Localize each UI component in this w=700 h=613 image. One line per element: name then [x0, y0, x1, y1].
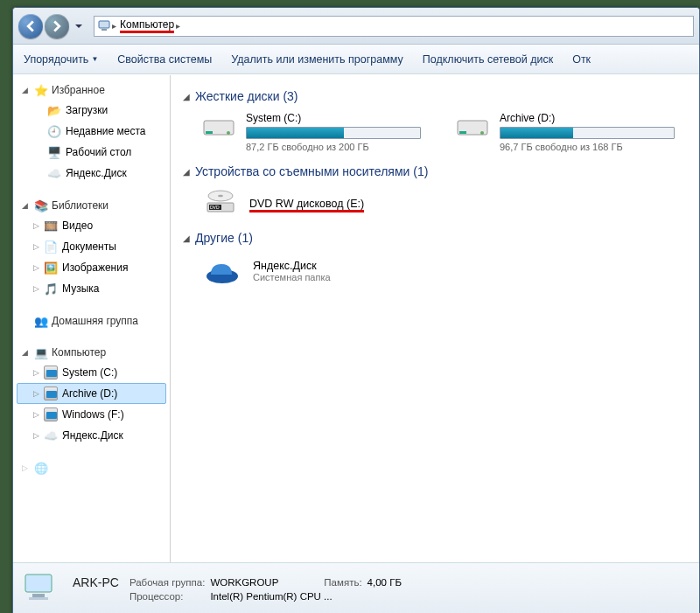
computer-large-icon [22, 571, 60, 606]
tree-label: Windows (F:) [62, 408, 124, 421]
cpu-key: Процессор: [130, 591, 205, 602]
system-properties-button[interactable]: Свойства системы [117, 53, 212, 66]
drive-info: System (C:) 87,2 ГБ свободно из 200 ГБ [246, 112, 430, 152]
back-button[interactable] [18, 14, 43, 38]
yadisk-item[interactable]: Яндекс.Диск Системная папка [202, 254, 687, 289]
drive-icon [456, 112, 491, 142]
recent-icon: 🕘 [47, 124, 61, 138]
drive-subtext: 96,7 ГБ свободно из 168 ГБ [500, 142, 683, 152]
arrow-left-icon [24, 20, 37, 32]
sidebar-item-drive-d[interactable]: ▷Archive (D:) [17, 383, 166, 404]
drive-item-d[interactable]: Archive (D:) 96,7 ГБ свободно из 168 ГБ [456, 112, 683, 152]
homegroup-header[interactable]: ▷ 👥 Домашняя группа [13, 311, 170, 331]
svg-rect-14 [25, 575, 52, 592]
sidebar-item-yadisk[interactable]: ☁️Яндекс.Диск [17, 163, 166, 184]
folder-icon: 📂 [47, 103, 61, 117]
history-dropdown-icon[interactable] [74, 22, 83, 31]
chevron-right-icon: ▸ [176, 21, 180, 31]
drive-subtext: 87,2 ГБ свободно из 200 ГБ [246, 142, 430, 152]
sidebar-item-recent[interactable]: 🕘Недавние места [17, 121, 166, 142]
breadcrumb-label: Компьютер [120, 18, 174, 33]
details-pane: ARK-PC Рабочая группа: WORKGROUP Память:… [13, 562, 699, 613]
expand-icon: ▷ [33, 263, 39, 272]
libraries-label: Библиотеки [52, 199, 108, 212]
cloud-icon: ☁️ [47, 166, 61, 180]
svg-rect-3 [206, 131, 213, 134]
svg-rect-1 [102, 29, 107, 31]
expand-icon: ▷ [33, 389, 39, 398]
arrow-right-icon [51, 20, 63, 32]
video-icon: 🎞️ [44, 219, 58, 233]
tree-label: Яндекс.Диск [66, 167, 127, 179]
workgroup-key: Рабочая группа: [130, 577, 205, 588]
svg-rect-6 [459, 131, 466, 134]
drive-info: Archive (D:) 96,7 ГБ свободно из 168 ГБ [500, 112, 683, 152]
homegroup-icon: 👥 [34, 314, 48, 328]
expand-icon: ▷ [33, 410, 39, 419]
memory-value: 4,00 ГБ [368, 577, 402, 588]
expand-icon: ▷ [33, 368, 39, 377]
collapse-icon: ◢ [183, 92, 190, 101]
libraries-icon: 📚 [34, 199, 48, 212]
sidebar-item-downloads[interactable]: 📂Загрузки [17, 100, 166, 121]
organize-button[interactable]: Упорядочить ▼ [24, 53, 98, 66]
sidebar-item-videos[interactable]: ▷🎞️Видео [17, 215, 166, 236]
network-header-partial[interactable]: ▷ 🌐 [13, 458, 170, 477]
cloud-icon [202, 254, 242, 289]
capacity-fill [500, 128, 573, 138]
favorites-header[interactable]: ◢ ⭐ Избранное [13, 80, 170, 100]
open-control-panel-button[interactable]: Отк [572, 53, 591, 66]
chevron-down-icon: ▼ [91, 55, 98, 63]
map-network-drive-button[interactable]: Подключить сетевой диск [423, 53, 553, 66]
collapse-icon: ◢ [22, 348, 31, 357]
uninstall-program-button[interactable]: Удалить или изменить программу [231, 53, 403, 66]
expand-icon: ▷ [22, 463, 31, 472]
sidebar-item-desktop[interactable]: 🖥️Рабочий стол [17, 142, 166, 163]
sidebar-item-documents[interactable]: ▷📄Документы [17, 236, 166, 257]
tree-label: System (C:) [62, 366, 117, 379]
cloud-icon: ☁️ [44, 428, 58, 442]
expand-icon: ▷ [33, 431, 39, 440]
computer-header[interactable]: ◢ 💻 Компьютер [13, 343, 170, 362]
computer-label: Компьютер [52, 346, 106, 359]
collapse-icon: ◢ [183, 167, 190, 177]
sidebar-item-music[interactable]: ▷🎵Музыка [17, 278, 166, 299]
sidebar-item-yadisk-drive[interactable]: ▷☁️Яндекс.Диск [17, 425, 166, 446]
tree-label: Archive (D:) [62, 387, 117, 400]
drive-icon [202, 112, 237, 142]
capacity-fill [247, 128, 344, 138]
nav-bar: ▸ Компьютер ▸ [13, 8, 699, 45]
group-title: Устройства со съемными носителями (1) [195, 164, 428, 178]
dvd-icon: DVD [202, 187, 239, 220]
forward-button[interactable] [45, 14, 69, 38]
drive-icon [44, 408, 58, 421]
group-other[interactable]: ◢ Другие (1) [183, 231, 687, 245]
item-subtext: Системная папка [253, 272, 331, 282]
group-hard-disks[interactable]: ◢ Жесткие диски (3) [183, 89, 687, 103]
capacity-bar [500, 127, 675, 139]
group-removable[interactable]: ◢ Устройства со съемными носителями (1) [183, 164, 687, 178]
sidebar-item-drive-c[interactable]: ▷System (C:) [17, 362, 166, 383]
pc-name: ARK-PC [73, 575, 119, 589]
details-grid: ARK-PC Рабочая группа: WORKGROUP Память:… [73, 575, 402, 602]
computer-icon: 💻 [34, 345, 48, 359]
breadcrumb-computer[interactable]: Компьютер ▸ [116, 17, 184, 36]
drive-icon [44, 366, 58, 380]
sidebar-item-pictures[interactable]: ▷🖼️Изображения [17, 257, 166, 278]
collapse-icon: ◢ [183, 233, 190, 243]
tree-label: Изображения [62, 261, 128, 274]
desktop-icon: 🖥️ [47, 145, 61, 159]
address-bar[interactable]: ▸ Компьютер ▸ [94, 16, 694, 37]
libraries-header[interactable]: ◢ 📚 Библиотеки [13, 196, 170, 215]
drive-item-c[interactable]: System (C:) 87,2 ГБ свободно из 200 ГБ [202, 112, 430, 152]
sidebar-item-drive-f[interactable]: ▷Windows (F:) [17, 404, 166, 425]
svg-rect-16 [29, 597, 48, 600]
homegroup-label: Домашняя группа [52, 315, 138, 327]
tree-label: Музыка [62, 282, 99, 295]
tree-label: Документы [62, 240, 116, 253]
expand-icon: ▷ [33, 284, 39, 293]
document-icon: 📄 [44, 240, 58, 254]
tree-label: Недавние места [66, 125, 145, 137]
dvd-drive-item[interactable]: DVD DVD RW дисковод (E:) [202, 187, 687, 220]
picture-icon: 🖼️ [44, 261, 58, 275]
